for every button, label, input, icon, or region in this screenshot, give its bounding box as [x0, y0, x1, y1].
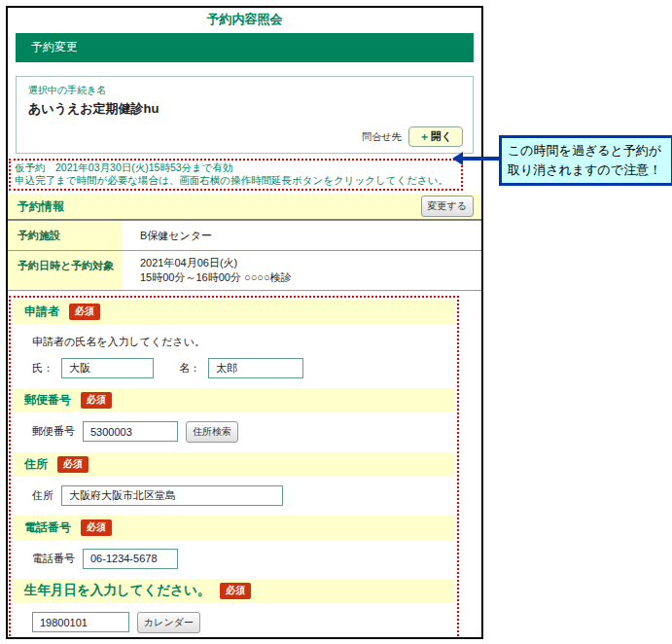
reservation-date: 2021年04月06日(火): [140, 256, 481, 270]
applicant-section-header: 申請者 必須: [13, 300, 455, 324]
table-row: 予約施設 B保健センター: [8, 221, 481, 251]
required-badge: 必須: [69, 304, 100, 320]
reservation-time-target: 15時00分～16時00分 ○○○○検診: [140, 270, 481, 285]
procedure-name: あいうえお定期健診hu: [28, 100, 463, 118]
phone-input-row: 電話番号: [32, 549, 455, 569]
row-value-facility: B保健センター: [123, 221, 481, 250]
birthdate-input-row: カレンダー: [32, 612, 455, 633]
birthdate-section-header: 生年月日を入力してください。 必須: [13, 579, 455, 603]
section-header-bar: 予約変更: [16, 33, 474, 62]
warning-callout: この時間を過ぎると予約が 取り消されますので注意！: [499, 135, 672, 186]
required-badge: 必須: [81, 392, 112, 409]
applicant-instruction: 申請者の氏名を入力してください。: [32, 335, 455, 349]
change-button[interactable]: 変更する: [421, 196, 474, 217]
required-badge: 必須: [57, 456, 88, 473]
page-title: 予約内容照会: [8, 11, 481, 28]
open-button-label: 開く: [431, 129, 452, 144]
row-label-datetime: 予約日時と予約対象: [8, 251, 123, 290]
phone-field-label: 電話番号: [32, 552, 75, 566]
procedure-box: 選択中の手続き名 あいうえお定期健診hu 問合せ先 ＋ 開く: [16, 76, 474, 154]
postal-title: 郵便番号: [24, 392, 71, 409]
reservation-info-title: 予約情報: [18, 198, 64, 215]
contact-row: 問合せ先 ＋ 開く: [28, 126, 463, 147]
phone-title: 電話番号: [24, 519, 71, 536]
contact-label: 問合せ先: [363, 130, 402, 144]
form-annotation-box: 申請者 必須 申請者の氏名を入力してください。 氏： 名： 郵便番号 必須 郵便…: [9, 296, 459, 639]
callout-line2: 取り消されますので注意！: [508, 161, 669, 180]
notice-validity-line: 仮予約 2021年03月30日(火)15時53分まで有効: [15, 161, 457, 174]
address-field-label: 住所: [32, 488, 53, 503]
required-badge: 必須: [220, 583, 251, 599]
postal-code-field[interactable]: [83, 421, 178, 442]
calendar-button[interactable]: カレンダー: [137, 612, 200, 633]
address-section-header: 住所 必須: [13, 452, 455, 477]
postal-section-header: 郵便番号 必須: [13, 388, 455, 412]
procedure-label: 選択中の手続き名: [28, 84, 463, 97]
birthdate-title: 生年月日を入力してください。: [24, 582, 210, 599]
callout-arrow-icon: [452, 152, 463, 165]
first-name-field[interactable]: [208, 358, 303, 378]
reservation-info-header: 予約情報 変更する: [8, 194, 481, 221]
phone-section-header: 電話番号 必須: [13, 516, 455, 540]
main-panel: 予約内容照会 予約変更 選択中の手続き名 あいうえお定期健診hu 問合せ先 ＋ …: [6, 6, 483, 639]
applicant-title: 申請者: [24, 304, 59, 320]
callout-line1: この時間を過ぎると予約が: [508, 141, 669, 161]
row-label-facility: 予約施設: [8, 221, 123, 250]
address-field[interactable]: [61, 485, 283, 506]
last-name-label: 氏：: [32, 361, 53, 376]
plus-icon: ＋: [419, 129, 430, 144]
first-name-label: 名：: [179, 361, 200, 376]
postal-input-row: 郵便番号 住所検索: [32, 421, 455, 443]
row-value-datetime: 2021年04月06日(火) 15時00分～16時00分 ○○○○検診: [123, 251, 481, 290]
provisional-reservation-notice: 仮予約 2021年03月30日(火)15時53分まで有効 申込完了まで時間が必要…: [9, 159, 463, 191]
phone-field[interactable]: [83, 549, 178, 569]
postal-field-label: 郵便番号: [32, 424, 75, 439]
notice-extend-line: 申込完了まで時間が必要な場合は、画面右横の操作時間延長ボタンをクリックしてくださ…: [15, 174, 457, 187]
address-search-button[interactable]: 住所検索: [186, 421, 238, 443]
last-name-field[interactable]: [61, 358, 154, 378]
address-title: 住所: [24, 456, 48, 473]
callout-arrow-line: [462, 157, 499, 161]
table-row: 予約日時と予約対象 2021年04月06日(火) 15時00分～16時00分 ○…: [8, 251, 481, 291]
required-badge: 必須: [81, 519, 112, 536]
name-input-row: 氏： 名：: [32, 358, 455, 378]
address-input-row: 住所: [32, 485, 455, 506]
birthdate-field[interactable]: [32, 612, 129, 632]
contact-open-button[interactable]: ＋ 開く: [408, 126, 463, 147]
